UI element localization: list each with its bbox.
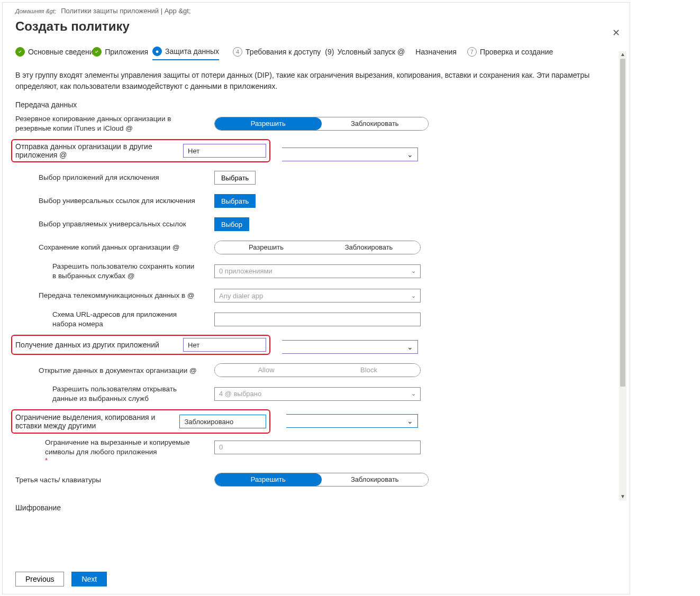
scroll-down-icon[interactable]: ▼ <box>619 493 626 501</box>
chevron-down-icon: ⌄ <box>411 292 416 299</box>
dropdown-restrict-ccp[interactable]: Заблокировано <box>179 415 266 428</box>
label-keyboards: Третья часть/ клавиатуры <box>15 475 198 485</box>
dropdown-send-other-apps-ext[interactable]: ⌄ <box>282 148 418 161</box>
chevron-down-icon: ⌄ <box>411 390 416 397</box>
panel: Домашняя &gt; Политики защиты приложений… <box>2 2 630 594</box>
check-icon <box>15 47 25 57</box>
step-review-create[interactable]: 7 Проверка и создание <box>467 47 553 60</box>
toggle-block[interactable]: Заблокировать <box>322 473 429 486</box>
label-cut-limit: Ограничение на вырезанные и копируемые с… <box>15 438 198 456</box>
step-label: Защита данных <box>165 47 219 56</box>
scrollbar-track[interactable] <box>619 59 626 493</box>
step-conditional-launch[interactable]: (9) Условный запуск @ <box>325 48 405 59</box>
button-select-exclude-apps[interactable]: Выбрать <box>214 171 256 185</box>
dropdown-receive-other-apps[interactable]: Нет <box>183 338 266 352</box>
row-exclude-links: Выбор универсальных ссылок для исключени… <box>15 192 617 210</box>
row-exclude-apps: Выбор приложений для исключения Выбрать <box>15 169 617 187</box>
highlight-send-other-apps: Отправка данных организации в другие при… <box>11 139 270 162</box>
next-button[interactable]: Next <box>71 572 107 586</box>
step-label: Проверка и создание <box>480 48 553 56</box>
label-allow-save-services: Разрешить пользователю сохранять копии в… <box>15 262 198 280</box>
chevron-down-icon: ⌄ <box>407 343 413 351</box>
label-open-org-docs: Открытие данных в документах организации… <box>15 366 198 375</box>
dropdown-receive-other-apps-ext[interactable]: ⌄ <box>282 340 418 354</box>
input-dialer-scheme[interactable] <box>214 313 421 326</box>
dropdown-send-other-apps[interactable]: Нет <box>183 144 266 158</box>
toggle-open-org-docs[interactable]: Allow Block <box>214 363 421 377</box>
label-restrict-ccp: Ограничение выделения, копирования и вст… <box>15 413 177 430</box>
label-allow-open-services: Разрешить пользователям открывать данные… <box>15 384 198 403</box>
breadcrumb: Домашняя &gt; Политики защиты приложений… <box>3 3 630 15</box>
dropdown-value: 0 приложениями <box>219 267 272 275</box>
breadcrumb-path[interactable]: Политики защиты приложений | App &gt; <box>61 7 190 15</box>
step-number: 4 <box>233 47 242 57</box>
footer-buttons: Previous Next <box>15 572 107 586</box>
step-apps[interactable]: Приложения <box>92 47 148 60</box>
button-select-managed-links[interactable]: Выбор <box>214 217 249 231</box>
toggle-allow[interactable]: Разрешить <box>215 473 322 486</box>
label-dialer-scheme: Схема URL-адресов для приложения набора … <box>15 310 198 328</box>
row-save-copies: Сохранение копий данных организации @ Ра… <box>15 239 617 256</box>
dropdown-allow-save-services[interactable]: 0 приложениями ⌄ <box>214 264 421 278</box>
chevron-down-icon: ⌄ <box>407 150 413 159</box>
label-managed-links: Выбор управляемых универсальных ссылок <box>15 219 198 229</box>
row-cut-limit: Ограничение на вырезанные и копируемые с… <box>15 438 617 456</box>
wizard-steps: Основные сведения Приложения ● Защита да… <box>3 34 630 60</box>
dropdown-value: Нет <box>188 147 199 155</box>
toggle-backup[interactable]: Разрешить Заблокировать <box>214 117 429 131</box>
scroll-up-icon[interactable]: ▲ <box>619 51 626 59</box>
row-keyboards: Третья часть/ клавиатуры Разрешить Забло… <box>15 471 617 489</box>
toggle-save-copies[interactable]: Разрешить Заблокировать <box>214 241 421 254</box>
dropdown-restrict-ccp-ext[interactable]: ⌄ <box>286 414 418 428</box>
toggle-keyboards[interactable]: Разрешить Заблокировать <box>214 473 429 487</box>
step-data-protection[interactable]: ● Защита данных <box>152 47 219 60</box>
dropdown-value: Заблокировано <box>184 418 233 426</box>
highlight-restrict-ccp: Ограничение выделения, копирования и вст… <box>11 409 270 434</box>
step-label: Приложения <box>105 48 148 56</box>
label-telecom: Передача телекоммуникационных данных в @ <box>15 291 198 300</box>
row-managed-links: Выбор управляемых универсальных ссылок В… <box>15 215 617 233</box>
toggle-block[interactable]: Заблокировать <box>317 241 420 254</box>
step-basics[interactable]: Основные сведения <box>15 47 97 60</box>
row-telecom: Передача телекоммуникационных данных в @… <box>15 287 617 305</box>
previous-button[interactable]: Previous <box>15 572 64 586</box>
toggle-allow[interactable]: Разрешить <box>215 241 317 254</box>
step-label: Условный запуск @ <box>337 48 405 56</box>
button-select-exclude-links[interactable]: Выбрать <box>214 194 256 208</box>
step-current-icon: ● <box>152 47 162 56</box>
section-data-transfer: Передача данных <box>15 100 617 109</box>
close-icon[interactable]: ✕ <box>612 27 620 39</box>
highlight-receive-other-apps: Получение данных из других приложений Не… <box>11 335 270 355</box>
required-asterisk: * <box>15 456 617 464</box>
toggle-allow[interactable]: Allow <box>215 364 317 377</box>
label-receive-other-apps: Получение данных из других приложений <box>15 341 181 349</box>
label-save-copies: Сохранение копий данных организации @ <box>15 243 198 252</box>
step-access-requirements[interactable]: 4 Требования к доступу <box>233 47 321 60</box>
section-encryption: Шифрование <box>15 503 617 512</box>
label-exclude-apps: Выбор приложений для исключения <box>15 173 198 182</box>
dropdown-allow-open-services[interactable]: 4 @ выбрано ⌄ <box>214 387 421 401</box>
breadcrumb-home[interactable]: Домашняя &gt; <box>15 8 56 14</box>
page-title: Создать политику <box>3 15 630 34</box>
label-send-other-apps: Отправка данных организации в другие при… <box>15 142 181 159</box>
row-dialer-scheme: Схема URL-адресов для приложения набора … <box>15 310 617 328</box>
step-number: 7 <box>467 47 477 57</box>
row-allow-save-services: Разрешить пользователю сохранять копии в… <box>15 262 617 280</box>
toggle-allow[interactable]: Разрешить <box>215 117 322 130</box>
toggle-block[interactable]: Block <box>317 364 420 377</box>
input-cut-limit[interactable] <box>214 441 421 454</box>
step-label: Назначения <box>415 48 457 56</box>
dropdown-telecom[interactable]: Any dialer app ⌄ <box>214 289 421 302</box>
scrollbar-thumb[interactable] <box>620 59 625 387</box>
toggle-block[interactable]: Заблокировать <box>322 117 429 130</box>
check-icon <box>92 47 102 57</box>
chevron-down-icon: ⌄ <box>407 417 413 425</box>
intro-text: В эту группу входят элементы управления … <box>15 70 597 92</box>
row-open-org-docs: Открытие данных в документах организации… <box>15 361 617 379</box>
row-backup: Резервное копирование данных организации… <box>15 114 617 133</box>
label-exclude-links: Выбор универсальных ссылок для исключени… <box>15 196 198 206</box>
step-label: Основные сведения <box>28 48 97 56</box>
row-allow-open-services: Разрешить пользователям открывать данные… <box>15 384 617 403</box>
scrollbar[interactable]: ▲ ▼ <box>619 51 626 501</box>
step-assignments[interactable]: Назначения <box>415 48 457 59</box>
